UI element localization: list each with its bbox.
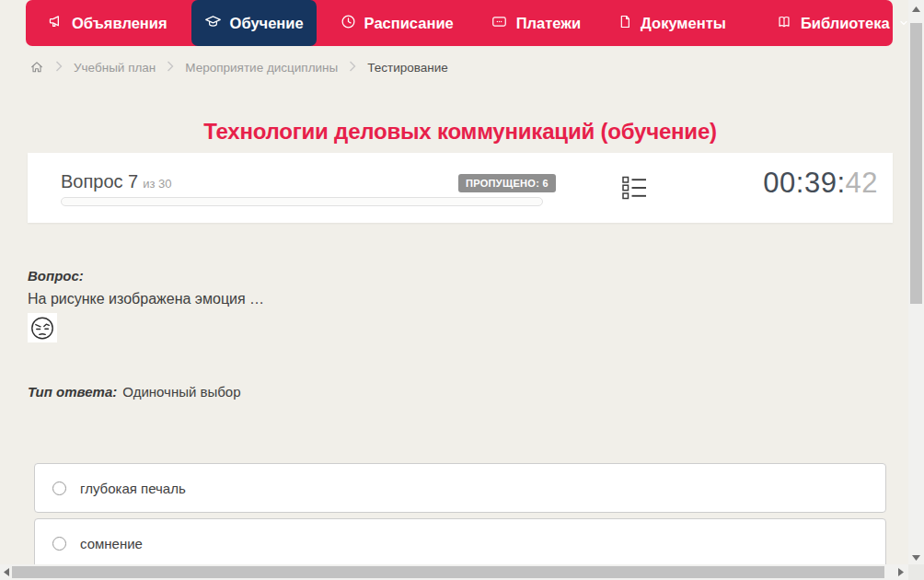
test-page: Объявления Обучение Расписание [0,0,924,580]
emotion-image [28,313,57,342]
breadcrumb-testing: Тестирование [367,61,448,75]
scrollbar-corner [908,564,924,580]
credit-card-icon [491,14,508,33]
question-list-icon[interactable] [621,176,647,201]
chevron-right-icon [55,61,63,75]
page-title: Технологии деловых коммуникаций (обучени… [0,119,920,145]
answer-type-value: Одиночный выбор [122,384,240,400]
answer-type-label: Тип ответа: [28,384,117,400]
timer: 00:39:42 [763,167,878,200]
question-number: Вопрос 7из 30 [61,171,172,192]
nav-label: Расписание [364,15,454,32]
nav-label: Объявления [72,15,167,32]
megaphone-icon [48,14,64,33]
document-icon [618,14,632,33]
nav-documents[interactable]: Документы [605,0,739,46]
chevron-down-icon [898,15,909,32]
main-navbar: Объявления Обучение Расписание [26,0,893,46]
graduation-cap-icon [204,14,222,33]
answer-option[interactable]: глубокая печаль [34,463,886,513]
nav-payments[interactable]: Платежи [478,0,594,46]
home-icon[interactable] [29,60,44,75]
radio-button[interactable] [52,537,66,551]
answer-type-row: Тип ответа:Одиночный выбор [28,384,241,400]
radio-button[interactable] [52,481,66,495]
chevron-right-icon [349,61,356,75]
clock-icon [341,14,356,33]
nav-label: Платежи [516,15,581,32]
nav-library[interactable]: Библиотека [763,0,922,46]
timer-main: 00:39: [763,167,845,199]
horizontal-scrollbar-thumb[interactable] [12,566,884,578]
option-label: глубокая печаль [80,481,186,496]
nav-label: Библиотека [801,15,890,32]
horizontal-scrollbar[interactable] [0,564,924,580]
chevron-right-icon [167,61,174,75]
breadcrumb-study-plan[interactable]: Учебный план [74,61,156,75]
question-total: из 30 [143,177,171,191]
scroll-down-arrow[interactable] [908,551,924,564]
vertical-scrollbar[interactable] [908,0,924,564]
nav-learning[interactable]: Обучение [191,0,317,46]
question-text: На рисунке изображена эмоция … [28,291,264,307]
question-header-card: Вопрос 7из 30 ПРОПУЩЕНО: 6 00:39:42 [28,153,893,223]
scroll-left-arrow[interactable] [0,564,13,580]
timer-seconds: 42 [846,167,878,199]
nav-schedule[interactable]: Расписание [328,0,467,46]
breadcrumb: Учебный план Мероприятие дисциплины Тест… [29,58,448,76]
scroll-up-arrow[interactable] [908,2,924,16]
question-label: Вопрос: [28,268,84,284]
option-label: сомнение [80,536,143,551]
answer-option[interactable]: сомнение [34,518,886,568]
breadcrumb-discipline-event[interactable]: Мероприятие дисциплины [185,61,338,75]
progress-bar [61,197,543,206]
nav-announcements[interactable]: Объявления [35,0,180,46]
nav-label: Обучение [230,15,304,32]
skipped-badge: ПРОПУЩЕНО: 6 [458,174,556,192]
nav-label: Документы [641,15,726,32]
vertical-scrollbar-thumb[interactable] [910,23,922,304]
scroll-right-arrow[interactable] [895,564,907,580]
book-icon [776,14,792,33]
